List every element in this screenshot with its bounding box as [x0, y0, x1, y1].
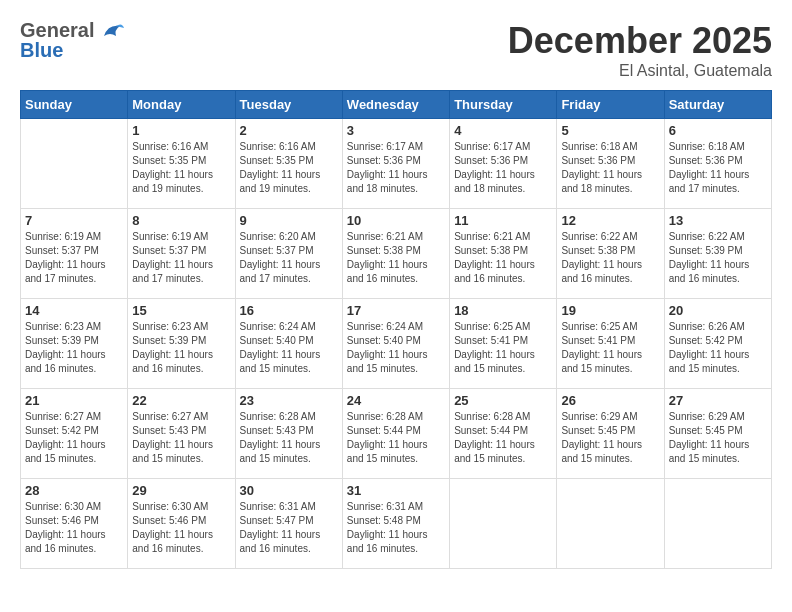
day-info: Sunrise: 6:31 AM Sunset: 5:47 PM Dayligh… — [240, 500, 338, 556]
day-info: Sunrise: 6:24 AM Sunset: 5:40 PM Dayligh… — [240, 320, 338, 376]
calendar-cell: 11Sunrise: 6:21 AM Sunset: 5:38 PM Dayli… — [450, 209, 557, 299]
day-info: Sunrise: 6:30 AM Sunset: 5:46 PM Dayligh… — [25, 500, 123, 556]
calendar-week-row: 7Sunrise: 6:19 AM Sunset: 5:37 PM Daylig… — [21, 209, 772, 299]
day-info: Sunrise: 6:17 AM Sunset: 5:36 PM Dayligh… — [347, 140, 445, 196]
calendar-cell: 12Sunrise: 6:22 AM Sunset: 5:38 PM Dayli… — [557, 209, 664, 299]
day-number: 28 — [25, 483, 123, 498]
day-info: Sunrise: 6:21 AM Sunset: 5:38 PM Dayligh… — [347, 230, 445, 286]
column-header-wednesday: Wednesday — [342, 91, 449, 119]
day-number: 18 — [454, 303, 552, 318]
day-info: Sunrise: 6:16 AM Sunset: 5:35 PM Dayligh… — [132, 140, 230, 196]
calendar-cell: 14Sunrise: 6:23 AM Sunset: 5:39 PM Dayli… — [21, 299, 128, 389]
day-number: 22 — [132, 393, 230, 408]
day-info: Sunrise: 6:25 AM Sunset: 5:41 PM Dayligh… — [561, 320, 659, 376]
calendar-cell: 24Sunrise: 6:28 AM Sunset: 5:44 PM Dayli… — [342, 389, 449, 479]
day-number: 14 — [25, 303, 123, 318]
logo: General Blue — [20, 20, 128, 60]
logo-blue: Blue — [20, 40, 94, 60]
day-info: Sunrise: 6:24 AM Sunset: 5:40 PM Dayligh… — [347, 320, 445, 376]
day-info: Sunrise: 6:28 AM Sunset: 5:44 PM Dayligh… — [454, 410, 552, 466]
calendar-cell: 22Sunrise: 6:27 AM Sunset: 5:43 PM Dayli… — [128, 389, 235, 479]
calendar-cell: 19Sunrise: 6:25 AM Sunset: 5:41 PM Dayli… — [557, 299, 664, 389]
day-info: Sunrise: 6:25 AM Sunset: 5:41 PM Dayligh… — [454, 320, 552, 376]
calendar-cell: 7Sunrise: 6:19 AM Sunset: 5:37 PM Daylig… — [21, 209, 128, 299]
column-header-monday: Monday — [128, 91, 235, 119]
calendar-cell: 3Sunrise: 6:17 AM Sunset: 5:36 PM Daylig… — [342, 119, 449, 209]
day-info: Sunrise: 6:27 AM Sunset: 5:42 PM Dayligh… — [25, 410, 123, 466]
calendar-cell: 15Sunrise: 6:23 AM Sunset: 5:39 PM Dayli… — [128, 299, 235, 389]
calendar-cell: 29Sunrise: 6:30 AM Sunset: 5:46 PM Dayli… — [128, 479, 235, 569]
day-number: 2 — [240, 123, 338, 138]
calendar-cell: 27Sunrise: 6:29 AM Sunset: 5:45 PM Dayli… — [664, 389, 771, 479]
day-number: 31 — [347, 483, 445, 498]
day-info: Sunrise: 6:29 AM Sunset: 5:45 PM Dayligh… — [561, 410, 659, 466]
day-number: 10 — [347, 213, 445, 228]
calendar-table: SundayMondayTuesdayWednesdayThursdayFrid… — [20, 90, 772, 569]
day-info: Sunrise: 6:23 AM Sunset: 5:39 PM Dayligh… — [25, 320, 123, 376]
calendar-cell: 2Sunrise: 6:16 AM Sunset: 5:35 PM Daylig… — [235, 119, 342, 209]
day-number: 11 — [454, 213, 552, 228]
day-number: 4 — [454, 123, 552, 138]
day-number: 27 — [669, 393, 767, 408]
day-info: Sunrise: 6:23 AM Sunset: 5:39 PM Dayligh… — [132, 320, 230, 376]
calendar-cell: 26Sunrise: 6:29 AM Sunset: 5:45 PM Dayli… — [557, 389, 664, 479]
day-info: Sunrise: 6:17 AM Sunset: 5:36 PM Dayligh… — [454, 140, 552, 196]
title-area: December 2025 El Asintal, Guatemala — [508, 20, 772, 80]
day-info: Sunrise: 6:19 AM Sunset: 5:37 PM Dayligh… — [25, 230, 123, 286]
calendar-cell: 9Sunrise: 6:20 AM Sunset: 5:37 PM Daylig… — [235, 209, 342, 299]
calendar-cell: 16Sunrise: 6:24 AM Sunset: 5:40 PM Dayli… — [235, 299, 342, 389]
logo-bird-icon — [96, 16, 128, 55]
day-info: Sunrise: 6:29 AM Sunset: 5:45 PM Dayligh… — [669, 410, 767, 466]
day-number: 3 — [347, 123, 445, 138]
column-header-sunday: Sunday — [21, 91, 128, 119]
day-info: Sunrise: 6:22 AM Sunset: 5:39 PM Dayligh… — [669, 230, 767, 286]
day-number: 5 — [561, 123, 659, 138]
day-number: 30 — [240, 483, 338, 498]
day-info: Sunrise: 6:22 AM Sunset: 5:38 PM Dayligh… — [561, 230, 659, 286]
calendar-cell: 30Sunrise: 6:31 AM Sunset: 5:47 PM Dayli… — [235, 479, 342, 569]
day-info: Sunrise: 6:18 AM Sunset: 5:36 PM Dayligh… — [561, 140, 659, 196]
calendar-cell: 17Sunrise: 6:24 AM Sunset: 5:40 PM Dayli… — [342, 299, 449, 389]
day-info: Sunrise: 6:28 AM Sunset: 5:43 PM Dayligh… — [240, 410, 338, 466]
month-title: December 2025 — [508, 20, 772, 62]
day-number: 1 — [132, 123, 230, 138]
day-number: 7 — [25, 213, 123, 228]
calendar-cell — [557, 479, 664, 569]
day-number: 15 — [132, 303, 230, 318]
calendar-cell: 4Sunrise: 6:17 AM Sunset: 5:36 PM Daylig… — [450, 119, 557, 209]
day-info: Sunrise: 6:21 AM Sunset: 5:38 PM Dayligh… — [454, 230, 552, 286]
calendar-week-row: 1Sunrise: 6:16 AM Sunset: 5:35 PM Daylig… — [21, 119, 772, 209]
day-number: 17 — [347, 303, 445, 318]
day-info: Sunrise: 6:18 AM Sunset: 5:36 PM Dayligh… — [669, 140, 767, 196]
calendar-cell: 13Sunrise: 6:22 AM Sunset: 5:39 PM Dayli… — [664, 209, 771, 299]
calendar-week-row: 21Sunrise: 6:27 AM Sunset: 5:42 PM Dayli… — [21, 389, 772, 479]
calendar-cell: 10Sunrise: 6:21 AM Sunset: 5:38 PM Dayli… — [342, 209, 449, 299]
day-number: 19 — [561, 303, 659, 318]
calendar-cell: 5Sunrise: 6:18 AM Sunset: 5:36 PM Daylig… — [557, 119, 664, 209]
day-number: 26 — [561, 393, 659, 408]
day-info: Sunrise: 6:26 AM Sunset: 5:42 PM Dayligh… — [669, 320, 767, 376]
logo-general: General — [20, 20, 94, 40]
day-number: 21 — [25, 393, 123, 408]
column-header-tuesday: Tuesday — [235, 91, 342, 119]
calendar-cell: 6Sunrise: 6:18 AM Sunset: 5:36 PM Daylig… — [664, 119, 771, 209]
calendar-cell: 28Sunrise: 6:30 AM Sunset: 5:46 PM Dayli… — [21, 479, 128, 569]
day-info: Sunrise: 6:27 AM Sunset: 5:43 PM Dayligh… — [132, 410, 230, 466]
day-number: 9 — [240, 213, 338, 228]
day-info: Sunrise: 6:31 AM Sunset: 5:48 PM Dayligh… — [347, 500, 445, 556]
calendar-cell: 23Sunrise: 6:28 AM Sunset: 5:43 PM Dayli… — [235, 389, 342, 479]
calendar-cell: 21Sunrise: 6:27 AM Sunset: 5:42 PM Dayli… — [21, 389, 128, 479]
calendar-cell: 31Sunrise: 6:31 AM Sunset: 5:48 PM Dayli… — [342, 479, 449, 569]
calendar-cell: 25Sunrise: 6:28 AM Sunset: 5:44 PM Dayli… — [450, 389, 557, 479]
column-header-friday: Friday — [557, 91, 664, 119]
day-info: Sunrise: 6:16 AM Sunset: 5:35 PM Dayligh… — [240, 140, 338, 196]
page-header: General Blue December 2025 El Asintal, G… — [20, 20, 772, 80]
calendar-cell — [21, 119, 128, 209]
day-number: 6 — [669, 123, 767, 138]
day-number: 24 — [347, 393, 445, 408]
day-number: 13 — [669, 213, 767, 228]
day-number: 25 — [454, 393, 552, 408]
column-header-thursday: Thursday — [450, 91, 557, 119]
day-number: 29 — [132, 483, 230, 498]
calendar-week-row: 28Sunrise: 6:30 AM Sunset: 5:46 PM Dayli… — [21, 479, 772, 569]
